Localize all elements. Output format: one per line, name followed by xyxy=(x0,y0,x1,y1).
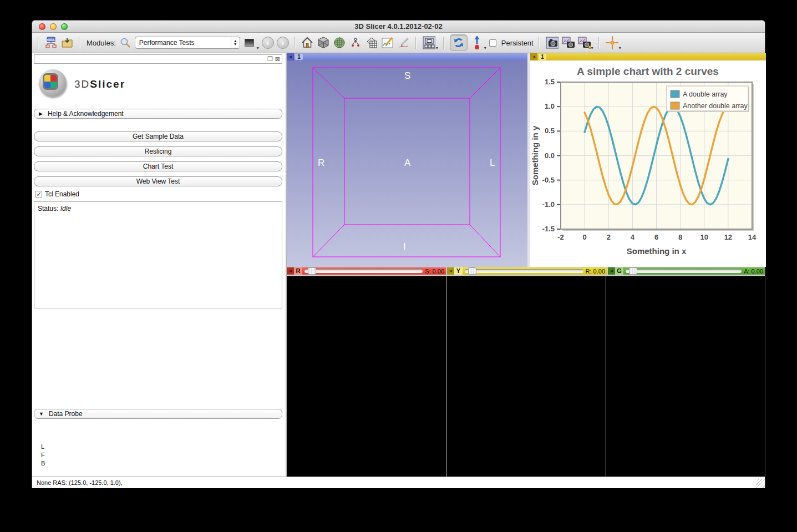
svg-text:14: 14 xyxy=(748,233,757,241)
3d-view-tab[interactable]: 1 xyxy=(295,54,303,60)
green-slice-value: A: 0.00 xyxy=(744,268,763,275)
green-slice-slider[interactable] xyxy=(626,269,742,273)
module-tree-icon[interactable] xyxy=(349,36,362,49)
module-forward-icon[interactable]: › xyxy=(277,37,289,49)
screenshot-icon[interactable] xyxy=(545,36,559,49)
tcl-checkbox[interactable]: ✓ xyxy=(35,191,42,197)
chart-view-tab[interactable]: 1 xyxy=(539,54,546,60)
svg-text:Something in x: Something in x xyxy=(627,246,687,256)
layers-grid-icon[interactable] xyxy=(365,36,378,49)
zoom-window-button[interactable] xyxy=(61,23,68,30)
green-slice-pin-icon[interactable]: ◄ xyxy=(608,267,615,275)
extension-cube-icon[interactable] xyxy=(317,36,330,49)
axis-label-superior: S xyxy=(404,70,410,82)
chart-test-button[interactable]: Chart Test xyxy=(34,161,282,171)
green-slice-letter: G xyxy=(615,267,623,275)
toolbar-grip[interactable] xyxy=(294,37,296,49)
3d-view-bar[interactable]: ◄ 1 xyxy=(287,53,527,60)
chart-view[interactable]: ◄ 1 1.51.00.50.0-0.5-1.0-1.5-20246810121… xyxy=(530,53,766,267)
modules-label: Modules: xyxy=(87,39,116,47)
save-data-icon[interactable] xyxy=(60,36,74,49)
get-sample-data-button[interactable]: Get Sample Data xyxy=(34,131,282,141)
resize-grip[interactable] xyxy=(756,479,765,488)
svg-text:A double array: A double array xyxy=(683,90,728,98)
green-slice-bar[interactable]: ◄ G A: 0.00 xyxy=(608,267,765,275)
layout-caret-icon[interactable]: ▾ xyxy=(436,45,438,50)
svg-text:1.0: 1.0 xyxy=(545,102,555,110)
float-panel-icon[interactable]: ❐ xyxy=(267,56,273,62)
module-selector-stepper[interactable]: ▲▼ xyxy=(231,37,240,48)
3d-view-pin-icon[interactable]: ◄ xyxy=(287,53,294,60)
chart-edit-icon[interactable] xyxy=(381,36,394,49)
slice-separator xyxy=(446,276,446,477)
toolbar-grip[interactable] xyxy=(539,37,540,49)
yellow-slice-bar[interactable]: ◄ Y R: 0.00 xyxy=(447,267,607,275)
persistent-checkbox[interactable] xyxy=(489,39,496,47)
slice-bars: ◄ R S: 0.00 ◄ Y R: 0.00 ◄ G A: 0.00 xyxy=(287,267,765,275)
close-window-button[interactable] xyxy=(39,23,45,30)
yellow-slice-slider[interactable] xyxy=(465,269,583,273)
yellow-slice-pin-icon[interactable]: ◄ xyxy=(447,267,454,275)
scene-view-menu-icon[interactable] xyxy=(577,36,591,49)
tcl-enabled-row: ✓ Tcl Enabled xyxy=(35,190,79,198)
data-probe-section[interactable]: ▼ Data Probe xyxy=(34,409,282,419)
chart-viewport[interactable]: 1.51.00.50.0-0.5-1.0-1.5-202468101214A s… xyxy=(530,60,766,267)
home-icon[interactable] xyxy=(301,36,314,49)
web-view-test-button[interactable]: Web View Test xyxy=(34,176,282,186)
svg-text:Something in y: Something in y xyxy=(530,125,540,185)
green-slice-slider-thumb[interactable] xyxy=(629,267,637,275)
modules-history-icon[interactable] xyxy=(243,36,256,49)
module-selector-value: Performance Tests xyxy=(139,39,195,47)
3d-view[interactable]: ◄ 1 S R xyxy=(287,53,527,267)
svg-text:0.0: 0.0 xyxy=(545,151,555,160)
close-panel-icon[interactable]: ⊠ xyxy=(275,56,280,62)
line-chart: 1.51.00.50.0-0.5-1.0-1.5-202468101214A s… xyxy=(530,60,766,267)
minimize-window-button[interactable] xyxy=(50,23,57,30)
svg-text:10: 10 xyxy=(700,233,708,241)
chart-view-pin-icon[interactable]: ◄ xyxy=(530,53,537,60)
extension-sphere-icon[interactable] xyxy=(333,36,346,49)
modules-history-caret-icon[interactable]: ▾ xyxy=(257,45,259,50)
3d-viewport[interactable]: S R A L I xyxy=(287,60,527,267)
module-back-icon[interactable]: ‹ xyxy=(262,37,274,49)
annotate-pen-icon[interactable] xyxy=(397,36,410,49)
red-slice-slider-thumb[interactable] xyxy=(308,267,316,275)
chart-view-bar[interactable]: ◄ 1 xyxy=(530,53,766,60)
refresh-icon[interactable] xyxy=(450,34,468,51)
yellow-slice-letter: Y xyxy=(454,267,463,275)
crosshair-icon[interactable] xyxy=(605,36,618,49)
scene-view-caret-icon[interactable]: ▾ xyxy=(591,45,593,50)
probe-layer-foreground: F xyxy=(41,452,45,458)
red-slice-pin-icon[interactable]: ◄ xyxy=(287,267,294,275)
crosshair-caret-icon[interactable]: ▾ xyxy=(619,45,621,50)
red-slice-value: S: 0.00 xyxy=(425,268,444,275)
title-bar[interactable]: 3D Slicer 4.0.1.2012-02-02 xyxy=(32,21,765,33)
svg-text:12: 12 xyxy=(724,233,732,241)
svg-text:0: 0 xyxy=(583,233,587,241)
slice-viewports[interactable] xyxy=(287,276,765,477)
layout-icon[interactable] xyxy=(422,36,435,49)
toolbar-grip[interactable] xyxy=(415,37,417,49)
axis-label-right: R xyxy=(318,158,324,169)
mrml-scene-icon[interactable]: MRML xyxy=(44,36,58,49)
panel-header-strip: ❐ ⊠ xyxy=(34,54,282,64)
red-slice-bar[interactable]: ◄ R S: 0.00 xyxy=(287,267,446,275)
toolbar-grip[interactable] xyxy=(38,37,39,49)
scene-view-icon[interactable] xyxy=(561,36,575,49)
svg-text:-0.5: -0.5 xyxy=(542,176,555,184)
fiducial-caret-icon[interactable]: ▾ xyxy=(484,45,486,50)
svg-text:6: 6 xyxy=(654,233,658,241)
toolbar-grip[interactable] xyxy=(598,37,600,49)
place-fiducial-icon[interactable] xyxy=(470,36,484,49)
collapse-down-icon: ▼ xyxy=(39,411,44,417)
reslicing-button[interactable]: Reslicing xyxy=(34,146,282,156)
yellow-slice-slider-thumb[interactable] xyxy=(468,267,476,275)
toolbar-grip[interactable] xyxy=(79,37,80,49)
svg-text:-1.0: -1.0 xyxy=(542,200,555,209)
module-search-icon[interactable] xyxy=(119,36,132,49)
module-selector[interactable]: Performance Tests ▲▼ xyxy=(135,37,240,49)
help-acknowledgement-section[interactable]: ▶ Help & Acknowledgement xyxy=(34,109,282,119)
toolbar-grip[interactable] xyxy=(443,37,445,49)
red-slice-slider[interactable] xyxy=(304,269,423,273)
data-probe-label: Data Probe xyxy=(49,410,83,418)
